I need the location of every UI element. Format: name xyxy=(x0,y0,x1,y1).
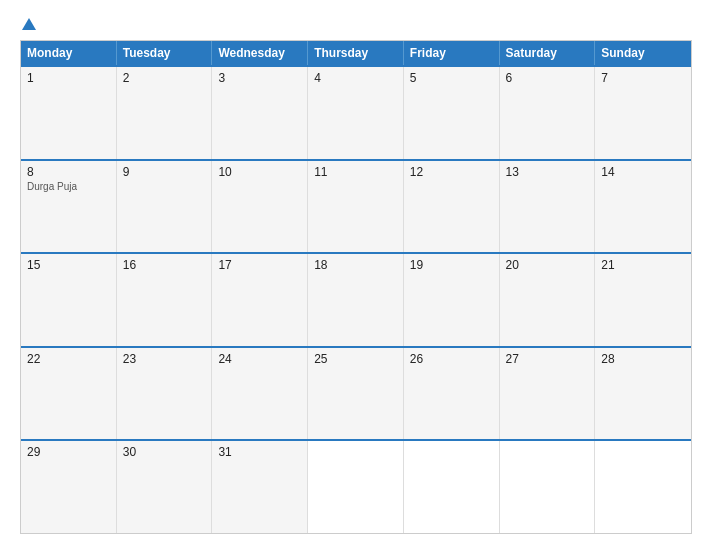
day-number: 13 xyxy=(506,165,589,179)
day-number: 11 xyxy=(314,165,397,179)
week-row-4: 22232425262728 xyxy=(21,346,691,440)
cal-cell-13: 13 xyxy=(500,161,596,253)
cal-cell-29: 29 xyxy=(21,441,117,533)
day-number: 8 xyxy=(27,165,110,179)
day-number: 9 xyxy=(123,165,206,179)
week-row-3: 15161718192021 xyxy=(21,252,691,346)
day-number: 22 xyxy=(27,352,110,366)
weekday-header-friday: Friday xyxy=(404,41,500,65)
cal-cell-11: 11 xyxy=(308,161,404,253)
page-header xyxy=(20,16,692,32)
day-number: 18 xyxy=(314,258,397,272)
cal-cell-8: 8Durga Puja xyxy=(21,161,117,253)
day-number: 1 xyxy=(27,71,110,85)
cal-cell-16: 16 xyxy=(117,254,213,346)
day-number: 6 xyxy=(506,71,589,85)
logo-triangle-icon xyxy=(22,18,36,30)
calendar-body: 12345678Durga Puja9101112131415161718192… xyxy=(21,65,691,533)
day-number: 10 xyxy=(218,165,301,179)
day-number: 25 xyxy=(314,352,397,366)
day-number: 14 xyxy=(601,165,685,179)
weekday-header-tuesday: Tuesday xyxy=(117,41,213,65)
day-number: 4 xyxy=(314,71,397,85)
cal-cell-10: 10 xyxy=(212,161,308,253)
weekday-header-thursday: Thursday xyxy=(308,41,404,65)
day-number: 16 xyxy=(123,258,206,272)
day-number: 20 xyxy=(506,258,589,272)
day-number: 26 xyxy=(410,352,493,366)
cal-cell-27: 27 xyxy=(500,348,596,440)
cal-cell-7: 7 xyxy=(595,67,691,159)
cal-cell-14: 14 xyxy=(595,161,691,253)
weekday-header-wednesday: Wednesday xyxy=(212,41,308,65)
day-number: 19 xyxy=(410,258,493,272)
calendar-page: MondayTuesdayWednesdayThursdayFridaySatu… xyxy=(0,0,712,550)
day-number: 7 xyxy=(601,71,685,85)
calendar-grid: MondayTuesdayWednesdayThursdayFridaySatu… xyxy=(20,40,692,534)
day-number: 27 xyxy=(506,352,589,366)
cal-cell-21: 21 xyxy=(595,254,691,346)
day-number: 30 xyxy=(123,445,206,459)
day-number: 29 xyxy=(27,445,110,459)
cal-cell-4: 4 xyxy=(308,67,404,159)
cal-cell-18: 18 xyxy=(308,254,404,346)
cal-cell-9: 9 xyxy=(117,161,213,253)
day-number: 12 xyxy=(410,165,493,179)
day-number: 2 xyxy=(123,71,206,85)
cal-cell-20: 20 xyxy=(500,254,596,346)
day-number: 24 xyxy=(218,352,301,366)
cal-cell-1: 1 xyxy=(21,67,117,159)
cal-cell-26: 26 xyxy=(404,348,500,440)
cal-cell-6: 6 xyxy=(500,67,596,159)
logo xyxy=(20,16,36,32)
holiday-label: Durga Puja xyxy=(27,181,110,192)
calendar-header: MondayTuesdayWednesdayThursdayFridaySatu… xyxy=(21,41,691,65)
cal-cell-2: 2 xyxy=(117,67,213,159)
week-row-2: 8Durga Puja91011121314 xyxy=(21,159,691,253)
cal-cell-22: 22 xyxy=(21,348,117,440)
weekday-header-saturday: Saturday xyxy=(500,41,596,65)
cal-cell-30: 30 xyxy=(117,441,213,533)
logo-top-row xyxy=(20,16,36,32)
day-number: 28 xyxy=(601,352,685,366)
week-row-5: 293031 xyxy=(21,439,691,533)
day-number: 17 xyxy=(218,258,301,272)
cal-cell-31: 31 xyxy=(212,441,308,533)
day-number: 23 xyxy=(123,352,206,366)
day-number: 5 xyxy=(410,71,493,85)
cal-cell-empty-3 xyxy=(308,441,404,533)
cal-cell-25: 25 xyxy=(308,348,404,440)
cal-cell-12: 12 xyxy=(404,161,500,253)
weekday-header-sunday: Sunday xyxy=(595,41,691,65)
cal-cell-empty-4 xyxy=(404,441,500,533)
cal-cell-23: 23 xyxy=(117,348,213,440)
cal-cell-24: 24 xyxy=(212,348,308,440)
cal-cell-empty-5 xyxy=(500,441,596,533)
cal-cell-5: 5 xyxy=(404,67,500,159)
cal-cell-3: 3 xyxy=(212,67,308,159)
weekday-header-monday: Monday xyxy=(21,41,117,65)
day-number: 3 xyxy=(218,71,301,85)
day-number: 15 xyxy=(27,258,110,272)
cal-cell-19: 19 xyxy=(404,254,500,346)
day-number: 21 xyxy=(601,258,685,272)
week-row-1: 1234567 xyxy=(21,65,691,159)
day-number: 31 xyxy=(218,445,301,459)
cal-cell-15: 15 xyxy=(21,254,117,346)
cal-cell-28: 28 xyxy=(595,348,691,440)
cal-cell-17: 17 xyxy=(212,254,308,346)
cal-cell-empty-6 xyxy=(595,441,691,533)
